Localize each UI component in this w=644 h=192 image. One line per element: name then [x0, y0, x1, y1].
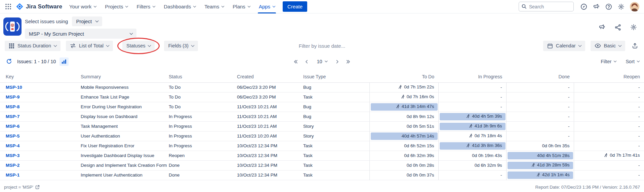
cell-created: 06/Dec/23 3:20 PM — [237, 82, 303, 92]
report-settings-button[interactable] — [629, 22, 639, 32]
issue-key-link[interactable]: MSP-6 — [6, 124, 19, 129]
duration-text: - — [638, 133, 640, 139]
issue-source-select[interactable]: Project — [72, 16, 102, 26]
issue-row: MSP-1Implement User AuthenticationDone10… — [0, 170, 644, 180]
statuses-label: Statuses — [126, 43, 145, 48]
cell-key: MSP-9 — [0, 92, 81, 102]
duration-cell-inprogress: - — [438, 102, 506, 112]
issue-key-link[interactable]: MSP-8 — [6, 104, 19, 109]
nav-plans[interactable]: Plans — [228, 0, 254, 13]
issue-key-link[interactable]: MSP-1 — [6, 172, 19, 178]
duration-text: 0d 7h 16m 0s — [401, 94, 434, 99]
view-mode-select[interactable]: Basic — [591, 41, 625, 51]
issue-key-link[interactable]: MSP-9 — [6, 94, 19, 100]
issue-key-link[interactable]: MSP-2 — [6, 163, 19, 168]
issue-selection: Select issues using Project MSP - My Scr… — [25, 16, 136, 39]
pagination: 10 — [292, 57, 351, 66]
issue-key-link[interactable]: MSP-7 — [6, 114, 19, 119]
duration-cell-reopen: - — [574, 170, 644, 180]
chart-view-button[interactable] — [59, 57, 69, 66]
list-mode-select[interactable]: List of Total — [66, 41, 113, 51]
select-issues-label: Select issues using — [25, 18, 68, 24]
cell-issue-type: Task — [303, 170, 369, 180]
discover-button[interactable] — [579, 2, 589, 12]
nav-projects[interactable]: Projects — [100, 0, 132, 13]
filter-menu[interactable]: Filter — [601, 59, 616, 64]
issue-row: MSP-10Mobile ResponsivenessTo Do06/Dec/2… — [0, 82, 644, 92]
fields-label: Fields (3) — [168, 43, 188, 48]
fields-select[interactable]: Fields (3) — [164, 41, 198, 51]
notifications-button[interactable] — [591, 2, 601, 12]
report-header: Select issues using Project MSP - My Scr… — [0, 13, 644, 38]
running-person-icon — [398, 85, 402, 89]
prev-page-button[interactable] — [303, 59, 310, 65]
page-size-select[interactable]: 10 — [314, 57, 330, 66]
column-header-summary: Summary — [81, 69, 169, 82]
chevron-down-icon — [106, 43, 110, 47]
nav-label: Your work — [69, 4, 91, 9]
issue-key-link[interactable]: MSP-5 — [6, 133, 19, 139]
issue-date-filter[interactable]: Filter by issue date... — [299, 43, 345, 49]
help-button[interactable] — [604, 2, 614, 12]
feedback-button[interactable] — [597, 22, 607, 32]
project-select[interactable]: MSP - My Scrum Project — [25, 29, 136, 39]
column-header-in-progress: In Progress — [438, 69, 506, 82]
table-body: MSP-10Mobile ResponsivenessTo Do06/Dec/2… — [0, 82, 644, 180]
duration-text: 0d 0h 0m 37s — [407, 172, 434, 178]
issue-key-link[interactable]: MSP-3 — [6, 153, 19, 158]
duration-text: - — [500, 94, 502, 100]
create-button[interactable]: Create — [283, 1, 307, 12]
issue-key-link[interactable]: MSP-4 — [6, 143, 19, 148]
report-type-label: Status Duration — [17, 43, 51, 48]
last-page-button[interactable] — [345, 59, 352, 65]
cell-key: MSP-10 — [0, 82, 81, 92]
export-icon — [632, 43, 638, 49]
chevron-down-icon — [614, 60, 616, 62]
chevron-down-icon — [618, 43, 622, 47]
cell-summary: Investigate Dashboard Display Issue — [81, 151, 169, 160]
nav-your-work[interactable]: Your work — [65, 0, 100, 13]
statuses-select[interactable]: Statuses — [122, 41, 155, 51]
first-page-button[interactable] — [292, 59, 299, 65]
search-input[interactable] — [519, 2, 574, 11]
issue-key-link[interactable]: MSP-10 — [6, 85, 22, 90]
duration-text: - — [568, 104, 570, 109]
calendar-label: Calendar — [556, 43, 576, 48]
nav-apps[interactable]: Apps — [254, 0, 279, 13]
cell-created: 11/Oct/23 10:21 AM — [237, 112, 303, 121]
export-button[interactable] — [631, 41, 639, 50]
issue-row: MSP-6Task ManagementIn Progress11/Oct/23… — [0, 121, 644, 131]
table-header-row: KeySummaryStatusCreatedIssue TypeTo DoIn… — [0, 69, 644, 82]
cell-key: MSP-7 — [0, 112, 81, 121]
cell-key: MSP-3 — [0, 151, 81, 160]
user-avatar[interactable] — [630, 2, 639, 11]
next-page-button[interactable] — [334, 59, 341, 65]
table-header: KeySummaryStatusCreatedIssue TypeTo DoIn… — [0, 69, 644, 82]
chevron-down-icon — [95, 19, 99, 23]
refresh-button[interactable] — [5, 57, 13, 66]
sort-menu[interactable]: Sort — [626, 59, 639, 64]
nav-teams[interactable]: Teams — [200, 0, 228, 13]
cell-created: 10/Oct/23 12:34 PM — [237, 160, 303, 170]
duration-cell-done: 0d 0h 0m 35s — [506, 141, 574, 151]
duration-cell-todo: 0d 8h 9m 12s — [369, 112, 438, 121]
running-person-icon — [536, 172, 540, 177]
column-header-to-do: To Do — [369, 69, 438, 82]
app-switcher-button[interactable] — [3, 2, 13, 11]
share-button[interactable] — [613, 22, 623, 32]
duration-cell-done: 41d 3h 28m 59s — [506, 160, 574, 170]
calendar-select[interactable]: Calendar — [543, 41, 585, 51]
cell-status: To Do — [169, 102, 237, 112]
column-header-reopen: Reopen — [574, 69, 644, 82]
jira-logo[interactable]: Jira Software — [16, 3, 62, 10]
cell-issue-type: Bug — [303, 102, 369, 112]
brand-name: Jira Software — [26, 3, 62, 10]
duration-text: 40d 4h 51m 28s — [537, 153, 570, 158]
report-type-select[interactable]: Status Duration — [5, 41, 61, 51]
duration-text: 41d 3h 8m 36s — [466, 143, 502, 148]
nav-filters[interactable]: Filters — [132, 0, 159, 13]
jql-scope[interactable]: project = 'MSP' — [4, 185, 40, 190]
cell-summary: Mobile Responsiveness — [81, 82, 169, 92]
settings-button[interactable] — [616, 2, 626, 12]
nav-dashboards[interactable]: Dashboards — [159, 0, 200, 13]
